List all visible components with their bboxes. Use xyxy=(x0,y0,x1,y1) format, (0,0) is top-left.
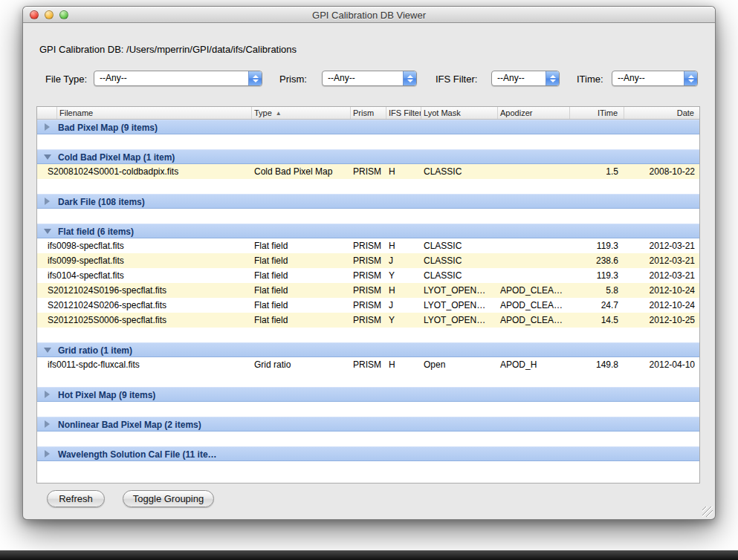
cell-ifs-filter: Y xyxy=(386,268,421,283)
group-gap xyxy=(37,134,699,149)
resize-grip[interactable] xyxy=(702,507,713,517)
column-header-ifs-filter[interactable]: IFS Filter xyxy=(386,107,421,119)
cell-ifs-filter: J xyxy=(386,253,421,268)
disclosure-collapsed-icon[interactable] xyxy=(37,417,57,431)
cell-filename: ifs0099-specflat.fits xyxy=(37,253,252,268)
cell-filename: S20081024S0001-coldbadpix.fits xyxy=(37,164,252,179)
file-type-filter-value: --Any-- xyxy=(100,71,247,85)
disclosure-collapsed-icon[interactable] xyxy=(37,120,57,134)
table-row[interactable]: ifs0104-specflat.fitsFlat fieldPRISMYCLA… xyxy=(37,268,699,283)
filter-bar: File Type: --Any-- Prism: --Any-- IFS Fi… xyxy=(23,71,715,88)
cell-date: 2012-04-10 xyxy=(624,357,700,372)
cell-date: 2012-10-24 xyxy=(624,298,700,313)
cell-filename: S20121024S0206-specflat.fits xyxy=(37,298,252,313)
cell-type: Flat field xyxy=(252,268,351,283)
cell-itime: 119.3 xyxy=(570,238,624,253)
triangle-right-icon xyxy=(45,198,50,205)
cell-itime: 149.8 xyxy=(570,357,624,372)
group-label: Cold Bad Pixel Map (1 item) xyxy=(57,150,700,163)
cell-ifs-filter: Y xyxy=(386,313,421,328)
group-gap xyxy=(37,402,699,417)
titlebar[interactable]: GPI Calibration DB Viewer xyxy=(23,7,715,23)
dropdown-arrows-icon xyxy=(684,71,697,85)
window-title: GPI Calibration DB Viewer xyxy=(23,10,715,21)
disclosure-expanded-icon[interactable] xyxy=(37,343,57,356)
cell-filename: ifs0011-spdc-fluxcal.fits xyxy=(37,357,252,372)
triangle-down-icon xyxy=(44,348,51,353)
ifs-filter-label: IFS Filter: xyxy=(436,74,477,85)
group-row[interactable]: Cold Bad Pixel Map (1 item) xyxy=(37,149,699,164)
group-row[interactable]: Bad Pixel Map (9 items) xyxy=(37,120,699,134)
itime-filter-label: ITime: xyxy=(577,74,603,85)
cell-itime: 24.7 xyxy=(570,298,624,313)
header-disclosure-spacer xyxy=(37,107,57,119)
disclosure-expanded-icon[interactable] xyxy=(37,224,57,238)
group-gap xyxy=(37,328,699,342)
cell-type: Cold Bad Pixel Map xyxy=(252,164,351,179)
group-label: Hot Pixel Map (9 items) xyxy=(57,388,700,401)
column-header-prism[interactable]: Prism xyxy=(351,107,386,119)
table-row[interactable]: ifs0099-specflat.fitsFlat fieldPRISMJCLA… xyxy=(37,253,699,268)
cell-ifs-filter: H xyxy=(386,357,421,372)
group-label: Bad Pixel Map (9 items) xyxy=(57,120,700,134)
cell-type: Flat field xyxy=(252,283,351,298)
group-row[interactable]: Dark File (108 items) xyxy=(37,194,699,209)
triangle-right-icon xyxy=(45,450,50,458)
dropdown-arrows-icon xyxy=(248,71,262,85)
cell-apodizer xyxy=(498,253,570,268)
prism-filter-dropdown[interactable]: --Any-- xyxy=(322,71,417,86)
table-row[interactable]: ifs0011-spdc-fluxcal.fitsGrid ratioPRISM… xyxy=(37,357,699,372)
itime-filter-dropdown[interactable]: --Any-- xyxy=(612,71,698,86)
disclosure-expanded-icon[interactable] xyxy=(37,150,57,163)
triangle-right-icon xyxy=(45,391,50,398)
cell-lyot-mask: CLASSIC xyxy=(421,238,498,253)
sort-ascending-icon: ▲ xyxy=(276,110,282,117)
disclosure-collapsed-icon[interactable] xyxy=(37,388,57,401)
cell-lyot-mask: CLASSIC xyxy=(421,268,498,283)
disclosure-collapsed-icon[interactable] xyxy=(37,195,57,208)
cell-apodizer xyxy=(498,238,570,253)
ifs-filter-dropdown[interactable]: --Any-- xyxy=(491,71,560,86)
group-row[interactable]: Hot Pixel Map (9 items) xyxy=(37,387,699,402)
refresh-button[interactable]: Refresh xyxy=(47,490,105,507)
table-row[interactable]: ifs0098-specflat.fitsFlat fieldPRISMHCLA… xyxy=(37,238,699,253)
group-row[interactable]: Grid ratio (1 item) xyxy=(37,342,699,357)
cell-itime: 5.8 xyxy=(570,283,624,298)
ifs-filter-value: --Any-- xyxy=(497,71,544,85)
group-row[interactable]: Wavelength Solution Cal File (11 ite… xyxy=(37,446,699,461)
background-window-edge xyxy=(0,550,738,560)
triangle-down-icon xyxy=(44,229,51,234)
cell-lyot-mask: Open xyxy=(421,357,498,372)
group-gap xyxy=(37,372,699,387)
cell-date: 2012-03-21 xyxy=(624,268,700,283)
dropdown-arrows-icon xyxy=(546,71,559,85)
disclosure-collapsed-icon[interactable] xyxy=(37,447,57,460)
column-header-filename[interactable]: Filename xyxy=(57,107,252,119)
column-header-label: Apodizer xyxy=(500,108,532,117)
group-label: Dark File (108 items) xyxy=(57,195,700,208)
app-window: GPI Calibration DB Viewer GPI Calibratio… xyxy=(22,6,716,520)
group-gap xyxy=(37,209,699,224)
toggle-grouping-button[interactable]: Toggle Grouping xyxy=(123,490,214,507)
table-row[interactable]: S20081024S0001-coldbadpix.fitsCold Bad P… xyxy=(37,164,699,179)
file-type-filter-dropdown[interactable]: --Any-- xyxy=(94,71,262,86)
table-row[interactable]: S20121024S0196-specflat.fitsFlat fieldPR… xyxy=(37,283,699,298)
column-header-label: IFS Filter xyxy=(389,108,421,117)
cell-ifs-filter: H xyxy=(386,283,421,298)
cell-filename: S20121024S0196-specflat.fits xyxy=(37,283,252,298)
column-header-date[interactable]: Date xyxy=(624,107,700,119)
column-header-apodizer[interactable]: Apodizer xyxy=(498,107,570,119)
prism-filter-label: Prism: xyxy=(279,74,307,85)
group-row[interactable]: Flat field (6 items) xyxy=(37,224,699,238)
group-row[interactable]: Nonlinear Bad Pixel Map (2 items) xyxy=(37,417,699,432)
cell-lyot-mask: LYOT_OPEN… xyxy=(421,313,498,328)
column-header-type[interactable]: Type▲ xyxy=(252,107,351,119)
cell-itime: 119.3 xyxy=(570,268,624,283)
column-header-label: Date xyxy=(677,108,694,117)
column-header-lyot-mask[interactable]: Lyot Mask xyxy=(421,107,498,119)
cell-apodizer: APOD_CLEA… xyxy=(498,313,570,328)
group-label: Wavelength Solution Cal File (11 ite… xyxy=(57,447,700,460)
table-row[interactable]: S20121024S0206-specflat.fitsFlat fieldPR… xyxy=(37,298,699,313)
table-row[interactable]: S20121025S0006-specflat.fitsFlat fieldPR… xyxy=(37,313,699,328)
column-header-itime[interactable]: ITime xyxy=(570,107,624,119)
